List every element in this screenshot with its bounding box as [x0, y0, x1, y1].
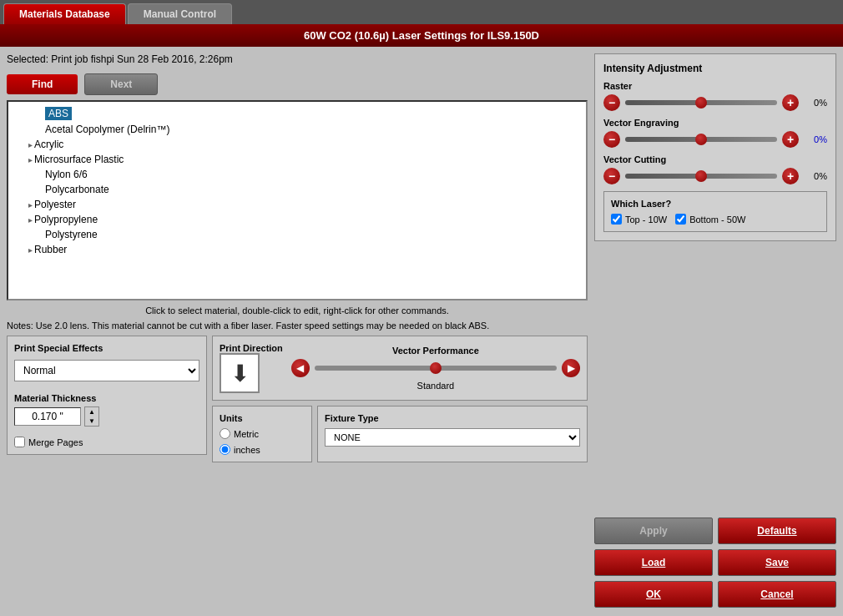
- tab-manual-control[interactable]: Manual Control: [128, 3, 232, 24]
- vector-engraving-thumb: [695, 134, 707, 145]
- list-item[interactable]: ABS: [45, 105, 583, 122]
- search-row: Find Next: [7, 73, 588, 95]
- raster-label: Raster: [603, 81, 827, 91]
- ok-button[interactable]: OK: [594, 581, 713, 608]
- print-direction-label: Print Direction: [220, 343, 283, 353]
- tab-materials-database[interactable]: Materials Database: [3, 3, 126, 24]
- vector-cutting-thumb: [695, 170, 707, 182]
- metric-label: Metric: [234, 429, 259, 439]
- next-button[interactable]: Next: [84, 73, 158, 95]
- left-panel: Selected: Print job fishpi Sun 28 Feb 20…: [7, 53, 588, 608]
- selected-label: Selected: Print job fishpi Sun 28 Feb 20…: [7, 53, 588, 65]
- inches-radio-row: inches: [220, 444, 305, 455]
- action-buttons: Apply Defaults Load Save OK Cancel: [594, 518, 836, 608]
- which-laser-box: Which Laser? Top - 10W Bottom - 50W: [603, 191, 827, 232]
- merge-pages-checkbox[interactable]: [14, 437, 25, 447]
- raster-value: 0%: [804, 98, 827, 108]
- list-item[interactable]: Polystyrene: [45, 227, 583, 242]
- tab-bar: Materials Database Manual Control: [0, 0, 843, 24]
- raster-plus-button[interactable]: +: [782, 94, 799, 111]
- col-right-bottom: Print Direction ⬇ Vector Performance ◀ ▶: [212, 336, 588, 462]
- vector-cutting-minus-button[interactable]: −: [603, 168, 620, 184]
- bottom-laser-checkbox[interactable]: [675, 214, 686, 225]
- which-laser-title: Which Laser?: [611, 199, 820, 209]
- inches-radio[interactable]: [220, 444, 230, 455]
- vector-cutting-track: [625, 174, 777, 179]
- list-item[interactable]: ▸ Rubber: [28, 242, 583, 257]
- vector-cutting-row: Vector Cutting − + 0%: [603, 154, 827, 184]
- laser-checkboxes: Top - 10W Bottom - 50W: [611, 214, 820, 225]
- vector-cutting-plus-button[interactable]: +: [782, 168, 799, 184]
- vector-engraving-slider-row: − + 0%: [603, 131, 827, 148]
- vector-engraving-value: 0%: [804, 134, 827, 144]
- apply-button[interactable]: Apply: [594, 518, 713, 544]
- thickness-input[interactable]: [14, 407, 81, 426]
- print-direction-vector-box: Print Direction ⬇ Vector Performance ◀ ▶: [212, 336, 588, 401]
- pse-label: Print Special Effects: [14, 343, 199, 353]
- raster-minus-button[interactable]: −: [603, 94, 620, 111]
- defaults-button[interactable]: Defaults: [718, 518, 836, 544]
- ok-cancel-row: OK Cancel: [594, 581, 836, 608]
- vector-engraving-minus-button[interactable]: −: [603, 131, 620, 148]
- material-thickness-box: Material Thickness ▲ ▼: [14, 393, 199, 427]
- raster-slider-row: − + 0%: [603, 94, 827, 111]
- hint-text: Click to select material, double-click t…: [7, 305, 588, 316]
- pse-select[interactable]: Normal Rubber Stamp 3D: [14, 360, 199, 381]
- cancel-button[interactable]: Cancel: [718, 581, 836, 608]
- notes-text: Notes: Use 2.0 lens. This material canno…: [7, 321, 588, 331]
- bottom-controls: Print Special Effects Normal Rubber Stam…: [7, 336, 588, 462]
- top-laser-item: Top - 10W: [611, 214, 667, 225]
- metric-radio[interactable]: [220, 428, 230, 439]
- vector-cutting-label: Vector Cutting: [603, 154, 827, 164]
- list-item[interactable]: ▸ Polyester: [28, 197, 583, 212]
- vector-engraving-plus-button[interactable]: +: [782, 131, 799, 148]
- raster-thumb: [695, 97, 707, 109]
- print-direction-icon: ⬇: [220, 353, 260, 393]
- title-text: 60W CO2 (10.6µ) Laser Settings for ILS9.…: [304, 29, 539, 42]
- list-item[interactable]: Nylon 6/6: [45, 167, 583, 182]
- raster-row: Raster − + 0%: [603, 81, 827, 111]
- load-button[interactable]: Load: [594, 549, 713, 576]
- bottom-laser-item: Bottom - 50W: [675, 214, 745, 225]
- vector-perf-track: [315, 366, 557, 371]
- list-item[interactable]: ▸ Acrylic: [28, 137, 583, 152]
- list-item[interactable]: Polycarbonate: [45, 182, 583, 197]
- vector-cutting-slider-row: − + 0%: [603, 168, 827, 184]
- vector-engraving-label: Vector Engraving: [603, 118, 827, 128]
- raster-track: [625, 100, 777, 105]
- print-special-effects-box: Print Special Effects Normal Rubber Stam…: [7, 336, 207, 455]
- top-laser-checkbox[interactable]: [611, 214, 622, 225]
- bottom-laser-label: Bottom - 50W: [689, 215, 745, 225]
- intensity-box: Intensity Adjustment Raster − + 0% Vecto…: [594, 53, 836, 241]
- inches-label: inches: [234, 445, 260, 455]
- spacer: [594, 246, 836, 512]
- vector-perf-right-button[interactable]: ▶: [562, 359, 580, 377]
- right-panel: Intensity Adjustment Raster − + 0% Vecto…: [594, 53, 836, 608]
- list-item[interactable]: ▸ Polypropylene: [28, 212, 583, 227]
- units-label: Units: [220, 413, 305, 423]
- spinner-down-button[interactable]: ▼: [85, 417, 98, 426]
- vector-perf-label: Vector Performance: [291, 346, 580, 356]
- units-fixture-row: Units Metric inches Fixture Type: [212, 406, 588, 462]
- vector-perf-left-button[interactable]: ◀: [291, 359, 310, 377]
- units-box: Units Metric inches: [212, 406, 312, 462]
- metric-radio-row: Metric: [220, 428, 305, 439]
- fixture-type-select[interactable]: NONE: [325, 428, 580, 447]
- list-item[interactable]: Acetal Copolymer (Delrin™): [45, 122, 583, 137]
- intensity-title: Intensity Adjustment: [603, 63, 827, 74]
- load-save-row: Load Save: [594, 549, 836, 576]
- spinner-up-button[interactable]: ▲: [85, 407, 98, 417]
- col-left-bottom: Print Special Effects Normal Rubber Stam…: [7, 336, 207, 462]
- thickness-input-row: ▲ ▼: [14, 406, 199, 427]
- find-button[interactable]: Find: [7, 74, 78, 94]
- material-tree[interactable]: ABS Acetal Copolymer (Delrin™) ▸ Acrylic…: [7, 100, 588, 300]
- thickness-spinner: ▲ ▼: [84, 406, 99, 427]
- apply-defaults-row: Apply Defaults: [594, 518, 836, 544]
- title-bar: 60W CO2 (10.6µ) Laser Settings for ILS9.…: [0, 24, 843, 47]
- list-item[interactable]: ▸ Microsurface Plastic: [28, 152, 583, 167]
- vector-performance-section: Vector Performance ◀ ▶ Standard: [291, 346, 580, 391]
- print-direction-section: Print Direction ⬇: [220, 343, 283, 393]
- top-laser-label: Top - 10W: [625, 215, 667, 225]
- save-button[interactable]: Save: [718, 549, 836, 576]
- thickness-label: Material Thickness: [14, 393, 199, 403]
